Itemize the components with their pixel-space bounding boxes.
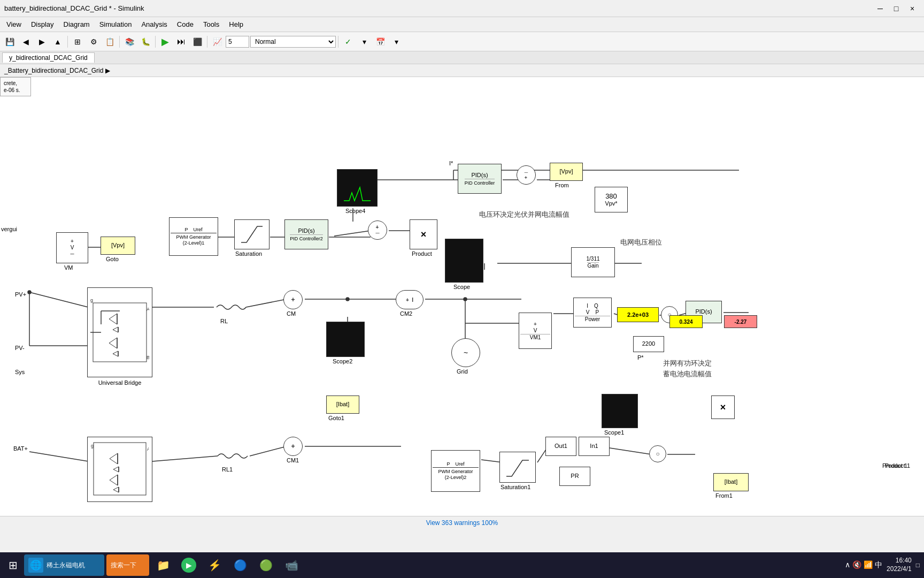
pid-controller-1[interactable]: PID(s) PID Controller xyxy=(458,164,502,194)
tb-stop[interactable]: ⬛ xyxy=(190,35,205,49)
main-tab[interactable]: y_bidirectional_DCAC_Grid xyxy=(2,52,95,63)
power-block[interactable]: I Q V P Power xyxy=(573,298,612,328)
sep3 xyxy=(155,36,156,48)
pwm-gen-2[interactable]: P Uref PWM Generator(2-Level)2 xyxy=(431,450,480,492)
gain-block[interactable]: 1/311 Gain xyxy=(571,247,615,277)
scope-label: Scope xyxy=(453,284,470,290)
sum-4[interactable]: ○ xyxy=(649,445,666,462)
tb-settings[interactable]: ⚙ xyxy=(86,35,101,49)
universal-bridge[interactable]: g A B xyxy=(87,287,152,377)
tb-cal[interactable]: 📅 xyxy=(373,35,388,49)
menu-diagram[interactable]: Diagram xyxy=(59,19,94,29)
from-vpv[interactable]: [Vpv] xyxy=(550,163,583,181)
tab-bar: y_bidirectional_DCAC_Grid xyxy=(0,51,924,64)
tb-model-settings[interactable]: 📋 xyxy=(102,35,117,49)
maximize-btn[interactable]: □ xyxy=(889,2,904,16)
speed-input[interactable] xyxy=(226,36,249,48)
saturation-1[interactable] xyxy=(234,219,270,249)
menu-simulation[interactable]: Simulation xyxy=(95,19,136,29)
tb-check[interactable]: ✓ xyxy=(341,35,356,49)
tb-chart[interactable]: 📈 xyxy=(210,35,225,49)
product1-block[interactable]: × xyxy=(711,396,735,419)
tb-save[interactable]: 💾 xyxy=(2,35,17,49)
out1[interactable]: Out1 xyxy=(545,437,576,456)
universal-bridge-2[interactable]: g A xyxy=(87,437,152,502)
taskbar-search[interactable]: 搜索一下 xyxy=(106,554,149,576)
scope2[interactable] xyxy=(326,322,365,357)
title-text: battery_bidirectional_DCAC_Grid * - Simu… xyxy=(4,4,144,12)
tb-grid[interactable]: ⊞ xyxy=(70,35,85,49)
svg-text:B: B xyxy=(147,355,149,360)
in1[interactable]: In1 xyxy=(579,437,610,456)
breadcrumb-path: _Battery_bidirectional_DCAC_Grid xyxy=(4,67,103,74)
annotation-grid-phase: 电网电压相位 xyxy=(620,238,662,247)
breadcrumb-arrow: ▶ xyxy=(105,67,110,74)
scope2-label: Scope2 xyxy=(333,358,352,364)
tb-run[interactable]: ▶ xyxy=(158,35,173,49)
cm1-sum[interactable]: + xyxy=(283,437,303,456)
sep5 xyxy=(338,36,338,48)
cm-sum[interactable]: + xyxy=(283,290,303,309)
from-vpv-label: From xyxy=(555,182,569,188)
scope-main[interactable] xyxy=(445,239,483,283)
saturation-2[interactable] xyxy=(499,452,536,483)
scope1[interactable] xyxy=(602,394,638,428)
menu-analysis[interactable]: Analysis xyxy=(137,19,171,29)
start-button[interactable]: ⊞ xyxy=(4,554,22,576)
status-bar[interactable]: View 363 warnings 100% xyxy=(0,516,924,529)
cm2-sum[interactable]: + I xyxy=(396,290,424,309)
taskbar-camera[interactable]: 📹 xyxy=(280,554,303,576)
sum-2[interactable]: ─+ xyxy=(517,165,536,185)
menu-view[interactable]: View xyxy=(2,19,26,29)
minimize-btn[interactable]: ─ xyxy=(873,2,888,16)
note-block: crete, e-06 s. xyxy=(0,77,31,96)
taskbar-player[interactable]: ▶ xyxy=(177,554,201,576)
close-btn[interactable]: × xyxy=(905,2,920,16)
tb-debug[interactable]: 🐛 xyxy=(138,35,153,49)
taskbar-matlab[interactable]: 🔵 xyxy=(228,554,252,576)
pid-controller-2[interactable]: PID(s) PID Controller2 xyxy=(284,219,328,249)
tb-up[interactable]: ▲ xyxy=(50,35,65,49)
tb-step[interactable]: ⏭ xyxy=(174,35,189,49)
taskbar-explorer[interactable]: 📁 xyxy=(151,554,175,576)
status-text: View 363 warnings 100% xyxy=(426,519,498,527)
annotation-voltage: 电压环决定光伏并网电流幅值 xyxy=(479,210,569,219)
menu-tools[interactable]: Tools xyxy=(199,19,224,29)
svg-marker-47 xyxy=(109,314,117,324)
from-ibat-label: From1 xyxy=(715,492,733,499)
taskbar-ie[interactable]: 🌐 稀土永磁电机 xyxy=(24,554,104,576)
simulink-canvas[interactable]: crete, e-06 s. vergui +V─ VM [Vpv] Goto … xyxy=(0,77,924,516)
sum-1[interactable]: +─ xyxy=(368,220,387,240)
from-ibat[interactable]: [Ibat] xyxy=(713,473,749,491)
svg-line-34 xyxy=(610,448,651,454)
pr-block[interactable]: PR xyxy=(559,467,590,486)
svg-line-17 xyxy=(246,299,287,307)
tb-back[interactable]: ◀ xyxy=(18,35,33,49)
tb-lib[interactable]: 📚 xyxy=(122,35,137,49)
vm1-block[interactable]: +V VM1 xyxy=(519,313,552,349)
scope1-label: Scope1 xyxy=(604,429,624,436)
tb-forward[interactable]: ▶ xyxy=(34,35,49,49)
grid-circle[interactable]: ~ xyxy=(451,338,480,367)
mode-select[interactable]: Normal Accelerator Rapid Accelerator xyxy=(250,36,336,48)
menu-display[interactable]: Display xyxy=(27,19,58,29)
pwm-gen-1[interactable]: P Uref PWM Generator(2-Level)1 xyxy=(169,217,218,256)
taskbar-orange-app[interactable]: ⚡ xyxy=(203,554,226,576)
pv-minus: PV- xyxy=(15,345,25,351)
pv-plus: PV+ xyxy=(15,291,26,298)
vpv-star[interactable]: 380 Vpv* xyxy=(595,187,628,212)
tray-icons: ∧ 🔇 📶 中 xyxy=(845,560,882,570)
goto-vpv[interactable]: [Vpv] xyxy=(101,237,135,255)
product1-label: Product 1 xyxy=(882,462,907,469)
taskbar-chrome[interactable]: 🟢 xyxy=(254,554,278,576)
vm-block[interactable]: +V─ xyxy=(56,232,88,263)
menu-help[interactable]: Help xyxy=(225,19,248,29)
goto-ibat[interactable]: [Ibat] xyxy=(326,396,359,414)
display-0324: 0.324 xyxy=(669,315,703,328)
scope4[interactable] xyxy=(337,169,378,207)
tb-drop1[interactable]: ▾ xyxy=(357,35,372,49)
menu-code[interactable]: Code xyxy=(173,19,198,29)
tb-drop2[interactable]: ▾ xyxy=(389,35,404,49)
product-block[interactable]: × xyxy=(410,219,437,249)
val-2200: 2200 xyxy=(633,336,664,352)
